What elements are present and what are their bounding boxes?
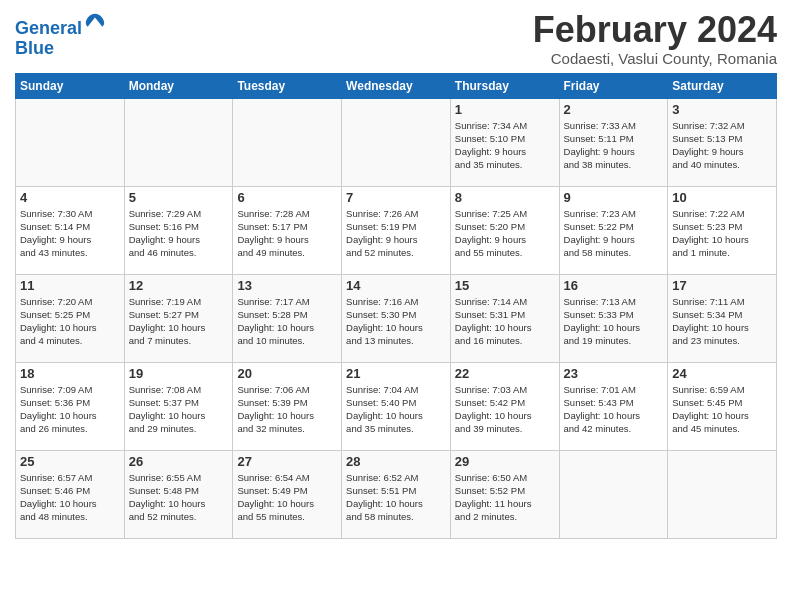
- day-info: Sunrise: 7:25 AM Sunset: 5:20 PM Dayligh…: [455, 207, 555, 260]
- day-number: 20: [237, 366, 337, 381]
- location-subtitle: Codaesti, Vaslui County, Romania: [533, 50, 777, 67]
- day-info: Sunrise: 7:20 AM Sunset: 5:25 PM Dayligh…: [20, 295, 120, 348]
- day-of-week-header: Friday: [559, 73, 668, 98]
- month-title: February 2024: [533, 10, 777, 50]
- day-info: Sunrise: 7:29 AM Sunset: 5:16 PM Dayligh…: [129, 207, 229, 260]
- calendar-cell: 5Sunrise: 7:29 AM Sunset: 5:16 PM Daylig…: [124, 186, 233, 274]
- day-number: 18: [20, 366, 120, 381]
- day-number: 12: [129, 278, 229, 293]
- calendar-cell: [124, 98, 233, 186]
- day-info: Sunrise: 6:57 AM Sunset: 5:46 PM Dayligh…: [20, 471, 120, 524]
- day-number: 2: [564, 102, 664, 117]
- day-of-week-header: Saturday: [668, 73, 777, 98]
- day-number: 14: [346, 278, 446, 293]
- calendar-cell: 19Sunrise: 7:08 AM Sunset: 5:37 PM Dayli…: [124, 362, 233, 450]
- day-info: Sunrise: 7:11 AM Sunset: 5:34 PM Dayligh…: [672, 295, 772, 348]
- calendar-cell: 9Sunrise: 7:23 AM Sunset: 5:22 PM Daylig…: [559, 186, 668, 274]
- day-info: Sunrise: 6:50 AM Sunset: 5:52 PM Dayligh…: [455, 471, 555, 524]
- day-number: 10: [672, 190, 772, 205]
- calendar-cell: 7Sunrise: 7:26 AM Sunset: 5:19 PM Daylig…: [342, 186, 451, 274]
- day-number: 9: [564, 190, 664, 205]
- day-number: 8: [455, 190, 555, 205]
- day-info: Sunrise: 7:34 AM Sunset: 5:10 PM Dayligh…: [455, 119, 555, 172]
- day-info: Sunrise: 7:28 AM Sunset: 5:17 PM Dayligh…: [237, 207, 337, 260]
- calendar-cell: 22Sunrise: 7:03 AM Sunset: 5:42 PM Dayli…: [450, 362, 559, 450]
- day-number: 7: [346, 190, 446, 205]
- logo-blue: Blue: [15, 39, 106, 59]
- calendar-cell: 4Sunrise: 7:30 AM Sunset: 5:14 PM Daylig…: [16, 186, 125, 274]
- calendar-cell: 8Sunrise: 7:25 AM Sunset: 5:20 PM Daylig…: [450, 186, 559, 274]
- day-of-week-header: Tuesday: [233, 73, 342, 98]
- day-of-week-header: Thursday: [450, 73, 559, 98]
- calendar-cell: 20Sunrise: 7:06 AM Sunset: 5:39 PM Dayli…: [233, 362, 342, 450]
- calendar-cell: 23Sunrise: 7:01 AM Sunset: 5:43 PM Dayli…: [559, 362, 668, 450]
- day-of-week-header: Wednesday: [342, 73, 451, 98]
- calendar-week-row: 1Sunrise: 7:34 AM Sunset: 5:10 PM Daylig…: [16, 98, 777, 186]
- day-info: Sunrise: 7:13 AM Sunset: 5:33 PM Dayligh…: [564, 295, 664, 348]
- calendar-cell: [342, 98, 451, 186]
- day-info: Sunrise: 6:55 AM Sunset: 5:48 PM Dayligh…: [129, 471, 229, 524]
- day-number: 4: [20, 190, 120, 205]
- day-number: 5: [129, 190, 229, 205]
- day-info: Sunrise: 7:23 AM Sunset: 5:22 PM Dayligh…: [564, 207, 664, 260]
- calendar-week-row: 4Sunrise: 7:30 AM Sunset: 5:14 PM Daylig…: [16, 186, 777, 274]
- calendar-cell: [668, 450, 777, 538]
- calendar-cell: 6Sunrise: 7:28 AM Sunset: 5:17 PM Daylig…: [233, 186, 342, 274]
- day-number: 19: [129, 366, 229, 381]
- calendar-cell: 27Sunrise: 6:54 AM Sunset: 5:49 PM Dayli…: [233, 450, 342, 538]
- day-number: 25: [20, 454, 120, 469]
- day-of-week-header: Sunday: [16, 73, 125, 98]
- day-info: Sunrise: 7:01 AM Sunset: 5:43 PM Dayligh…: [564, 383, 664, 436]
- title-block: February 2024 Codaesti, Vaslui County, R…: [533, 10, 777, 67]
- calendar-cell: 3Sunrise: 7:32 AM Sunset: 5:13 PM Daylig…: [668, 98, 777, 186]
- day-info: Sunrise: 6:54 AM Sunset: 5:49 PM Dayligh…: [237, 471, 337, 524]
- day-number: 1: [455, 102, 555, 117]
- calendar-cell: 26Sunrise: 6:55 AM Sunset: 5:48 PM Dayli…: [124, 450, 233, 538]
- day-number: 3: [672, 102, 772, 117]
- calendar-cell: 18Sunrise: 7:09 AM Sunset: 5:36 PM Dayli…: [16, 362, 125, 450]
- calendar-cell: 16Sunrise: 7:13 AM Sunset: 5:33 PM Dayli…: [559, 274, 668, 362]
- calendar-cell: 13Sunrise: 7:17 AM Sunset: 5:28 PM Dayli…: [233, 274, 342, 362]
- day-of-week-header: Monday: [124, 73, 233, 98]
- calendar-cell: 29Sunrise: 6:50 AM Sunset: 5:52 PM Dayli…: [450, 450, 559, 538]
- day-info: Sunrise: 7:19 AM Sunset: 5:27 PM Dayligh…: [129, 295, 229, 348]
- logo: General Blue: [15, 14, 106, 59]
- day-info: Sunrise: 7:16 AM Sunset: 5:30 PM Dayligh…: [346, 295, 446, 348]
- day-number: 28: [346, 454, 446, 469]
- calendar-cell: 24Sunrise: 6:59 AM Sunset: 5:45 PM Dayli…: [668, 362, 777, 450]
- day-number: 29: [455, 454, 555, 469]
- calendar-table: SundayMondayTuesdayWednesdayThursdayFrid…: [15, 73, 777, 539]
- day-number: 22: [455, 366, 555, 381]
- logo-text: General Blue: [15, 14, 106, 59]
- day-info: Sunrise: 7:06 AM Sunset: 5:39 PM Dayligh…: [237, 383, 337, 436]
- calendar-cell: 25Sunrise: 6:57 AM Sunset: 5:46 PM Dayli…: [16, 450, 125, 538]
- day-info: Sunrise: 7:09 AM Sunset: 5:36 PM Dayligh…: [20, 383, 120, 436]
- day-number: 23: [564, 366, 664, 381]
- calendar-cell: 28Sunrise: 6:52 AM Sunset: 5:51 PM Dayli…: [342, 450, 451, 538]
- day-info: Sunrise: 7:26 AM Sunset: 5:19 PM Dayligh…: [346, 207, 446, 260]
- calendar-week-row: 25Sunrise: 6:57 AM Sunset: 5:46 PM Dayli…: [16, 450, 777, 538]
- calendar-cell: [559, 450, 668, 538]
- day-number: 13: [237, 278, 337, 293]
- calendar-cell: 12Sunrise: 7:19 AM Sunset: 5:27 PM Dayli…: [124, 274, 233, 362]
- calendar-header-row: SundayMondayTuesdayWednesdayThursdayFrid…: [16, 73, 777, 98]
- day-number: 24: [672, 366, 772, 381]
- calendar-cell: 17Sunrise: 7:11 AM Sunset: 5:34 PM Dayli…: [668, 274, 777, 362]
- day-number: 17: [672, 278, 772, 293]
- calendar-cell: 21Sunrise: 7:04 AM Sunset: 5:40 PM Dayli…: [342, 362, 451, 450]
- calendar-cell: 10Sunrise: 7:22 AM Sunset: 5:23 PM Dayli…: [668, 186, 777, 274]
- logo-general: General: [15, 18, 82, 38]
- day-number: 6: [237, 190, 337, 205]
- calendar-cell: 11Sunrise: 7:20 AM Sunset: 5:25 PM Dayli…: [16, 274, 125, 362]
- calendar-cell: 1Sunrise: 7:34 AM Sunset: 5:10 PM Daylig…: [450, 98, 559, 186]
- day-info: Sunrise: 7:33 AM Sunset: 5:11 PM Dayligh…: [564, 119, 664, 172]
- day-number: 27: [237, 454, 337, 469]
- page-header: General Blue February 2024 Codaesti, Vas…: [15, 10, 777, 67]
- calendar-week-row: 18Sunrise: 7:09 AM Sunset: 5:36 PM Dayli…: [16, 362, 777, 450]
- calendar-cell: [233, 98, 342, 186]
- day-info: Sunrise: 7:32 AM Sunset: 5:13 PM Dayligh…: [672, 119, 772, 172]
- calendar-body: 1Sunrise: 7:34 AM Sunset: 5:10 PM Daylig…: [16, 98, 777, 538]
- day-info: Sunrise: 6:52 AM Sunset: 5:51 PM Dayligh…: [346, 471, 446, 524]
- day-info: Sunrise: 7:22 AM Sunset: 5:23 PM Dayligh…: [672, 207, 772, 260]
- day-info: Sunrise: 7:04 AM Sunset: 5:40 PM Dayligh…: [346, 383, 446, 436]
